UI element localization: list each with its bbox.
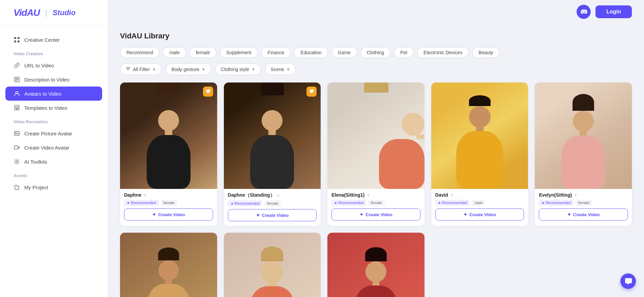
create-video-label: Create Video [573,212,600,217]
login-button[interactable]: Login [595,5,632,18]
svg-rect-9 [14,105,19,107]
category-beauty[interactable]: Beauty [472,47,500,58]
avatar-name: Daphne（Standing） [228,192,275,198]
create-video-label: Create Video [469,212,496,217]
gender-tag: male [472,200,485,206]
nav-label: Create Video Avatar [24,145,69,151]
svg-rect-3 [18,40,20,42]
avatar-info: Evelyn(Sitting) ♀ ★ Recommended female ✦… [535,189,632,225]
logo-vidau: VidAU [13,7,40,18]
avatar-card-row2-3 [327,233,425,297]
gender-tag: female [576,200,592,206]
sidebar-item-creative-center[interactable]: Creative Center [0,33,108,47]
create-video-label: Create Video [262,213,289,218]
category-supplement[interactable]: Supplement [220,47,258,58]
category-finance[interactable]: Finance [261,47,291,58]
male-gender-icon: ♂ [450,193,453,198]
logo-divider: | [45,8,47,17]
star-icon: ★ [541,201,545,205]
topbar: Login [108,0,644,24]
female-gender-icon: ♀ [143,193,147,198]
create-video-label: Create Video [365,212,392,217]
all-filter-label: All Filter [133,67,150,72]
clothing-style-label: Clothing style [221,67,249,72]
star-icon: ★ [334,201,337,205]
chat-bubble-button[interactable] [620,273,636,289]
section-assets: Assets [0,169,108,180]
category-education[interactable]: Education [294,47,328,58]
avatar-thumbnail [120,82,217,189]
sidebar-item-create-picture-avatar[interactable]: Create Picture Avatar [0,126,108,140]
create-video-button-daphne[interactable]: ✦ Create Video [124,208,213,221]
star-icon: ★ [127,201,130,205]
body-gesture-filter[interactable]: Body gesture ▼ [166,63,211,75]
avatar-name: Elena(Sitting1) [331,192,364,198]
category-electronic-devices[interactable]: Electronic Devices [417,47,469,58]
all-filter-button[interactable]: All Filter ▼ [120,63,162,75]
sidebar-item-templates-to-video[interactable]: Templates to Video [0,101,108,115]
sidebar-nav: Creative Center Video Creation URL to Vi… [0,26,108,297]
section-video-recreation: Video Recreation [0,115,108,126]
avatar-grid: Daphne ♀ ★ Recommended female ✦ Create V… [120,82,632,226]
avatar-card-row2-2 [224,233,321,297]
avatar-info: Elena(Sitting1) ♀ ★ Recommended female ✦… [327,189,425,225]
avatar-card-elena: Elena(Sitting1) ♀ ★ Recommended female ✦… [327,82,425,226]
recommended-tag: ★ Recommended [435,200,470,206]
filter-icon [126,66,130,72]
svg-rect-2 [14,40,16,42]
category-game[interactable]: Game [331,47,357,58]
avatar-name: David [435,192,448,198]
chevron-down-icon: ▼ [286,67,290,71]
create-video-button-daphne-standing[interactable]: ✦ Create Video [228,209,317,221]
category-male[interactable]: male [163,47,186,58]
svg-rect-10 [14,108,17,110]
category-female[interactable]: female [189,47,216,58]
create-video-button-david[interactable]: ✦ Create Video [435,208,524,221]
favorite-badge [203,87,213,97]
avatar-card-row2-1 [120,233,217,297]
grid-icon [13,36,20,43]
create-video-button-evelyn[interactable]: ✦ Create Video [539,208,628,221]
avatar-name: Daphne [124,192,141,198]
nav-label: My Project [24,185,48,190]
logo-studio: Studio [53,8,76,17]
avatar-thumbnail [327,82,425,189]
content-area: VidAU Library Recommend male female Supp… [108,24,644,297]
chevron-down-icon: ▼ [252,67,255,71]
clothing-style-filter[interactable]: Clothing style ▼ [215,63,261,75]
scene-label: Scene [271,67,284,72]
star-icon: ★ [438,201,441,205]
sidebar-item-description-to-video[interactable]: Description to Video [0,72,108,87]
svg-rect-14 [14,146,18,149]
avatar-thumbnail [120,233,217,297]
sidebar-item-ai-toolkits[interactable]: AI Toolkits [0,155,108,169]
category-pet[interactable]: Pet [394,47,414,58]
description-icon [13,76,20,83]
sidebar-item-avatars-to-video[interactable]: Avatars to Video [5,87,102,101]
favorite-badge [306,87,317,97]
create-video-label: Create Video [158,212,185,217]
recommended-tag: ★ Recommended [228,200,263,206]
avatar-info: Daphne ♀ ★ Recommended female ✦ Create V… [120,189,217,225]
sparkle-icon: ✦ [567,212,571,217]
avatar-thumbnail [327,233,425,297]
sparkle-icon: ✦ [152,212,156,217]
category-clothing[interactable]: Clothing [360,47,390,58]
link-icon [13,62,20,69]
svg-point-13 [16,132,17,133]
filter-row: All Filter ▼ Body gesture ▼ Clothing sty… [120,63,632,75]
sidebar-item-label: Creative Center [24,37,60,43]
avatar-thumbnail [535,82,632,189]
sidebar-item-my-project[interactable]: My Project [0,180,108,194]
page-title: VidAU Library [120,32,632,40]
sidebar-item-url-to-video[interactable]: URL to Video [0,58,108,72]
category-recommend[interactable]: Recommend [120,47,159,58]
discord-button[interactable] [577,5,591,19]
main-content: Login VidAU Library Recommend male femal… [108,0,644,297]
female-gender-icon: ♀ [367,193,370,198]
avatar-icon [13,90,20,97]
body-gesture-label: Body gesture [171,67,199,72]
sidebar-item-create-video-avatar[interactable]: Create Video Avatar [0,140,108,155]
scene-filter[interactable]: Scene ▼ [265,63,296,75]
create-video-button-elena[interactable]: ✦ Create Video [331,208,420,221]
